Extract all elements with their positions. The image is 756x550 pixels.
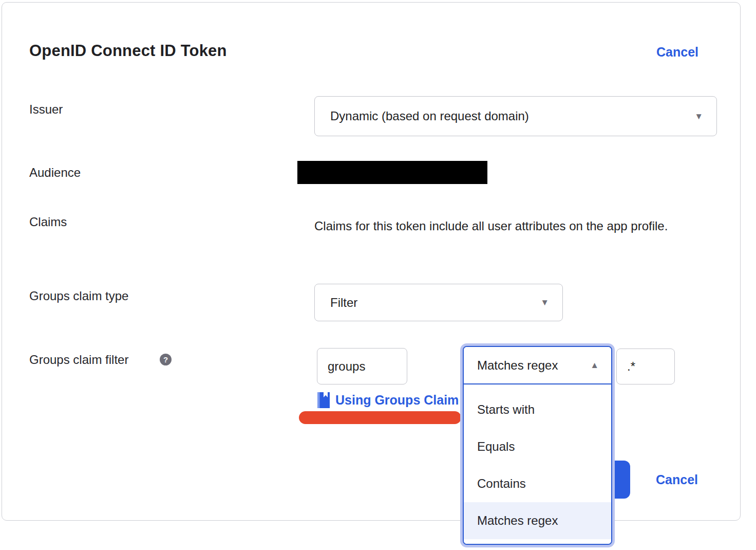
dialog-card: OpenID Connect ID Token Cancel Issuer Dy…	[2, 2, 741, 521]
cancel-link-bottom[interactable]: Cancel	[656, 472, 698, 487]
docs-link[interactable]: Using Groups Claim	[317, 391, 461, 409]
page-title: OpenID Connect ID Token	[29, 42, 227, 60]
claims-label: Claims	[29, 215, 67, 229]
issuer-label: Issuer	[29, 102, 63, 117]
menu-option-matches-regex[interactable]: Matches regex	[464, 502, 611, 539]
operator-dropdown: Matches regex ▲ Starts with Equals Conta…	[463, 346, 612, 545]
regex-pattern-input[interactable]	[616, 349, 675, 384]
help-icon[interactable]: ?	[160, 354, 172, 365]
chevron-down-icon: ▼	[694, 112, 703, 121]
chevron-up-icon: ▲	[590, 361, 599, 370]
groups-claim-type-value: Filter	[330, 296, 357, 310]
operator-dropdown-trigger[interactable]: Matches regex ▲	[464, 347, 611, 384]
menu-option-contains[interactable]: Contains	[464, 465, 611, 502]
groups-claim-type-select[interactable]: Filter ▼	[314, 284, 563, 321]
chevron-down-icon: ▼	[540, 298, 549, 307]
groups-claim-type-label: Groups claim type	[29, 289, 128, 303]
cancel-link-top[interactable]: Cancel	[656, 45, 698, 60]
menu-option-equals[interactable]: Equals	[464, 428, 611, 465]
audience-redacted-value	[297, 161, 487, 184]
claim-name-input[interactable]	[317, 348, 407, 384]
issuer-select[interactable]: Dynamic (based on request domain) ▼	[314, 96, 717, 136]
claims-description: Claims for this token include all user a…	[314, 214, 698, 239]
issuer-select-value: Dynamic (based on request domain)	[330, 109, 529, 123]
audience-label: Audience	[29, 166, 81, 180]
annotation-highlight	[299, 411, 461, 424]
docs-link-label: Using Groups Claim	[335, 393, 459, 408]
operator-selected-value: Matches regex	[477, 358, 558, 373]
groups-claim-filter-label: Groups claim filter	[29, 353, 128, 367]
book-icon	[317, 392, 330, 408]
operator-menu: Starts with Equals Contains Matches rege…	[464, 384, 611, 544]
menu-option-starts-with[interactable]: Starts with	[464, 391, 611, 428]
